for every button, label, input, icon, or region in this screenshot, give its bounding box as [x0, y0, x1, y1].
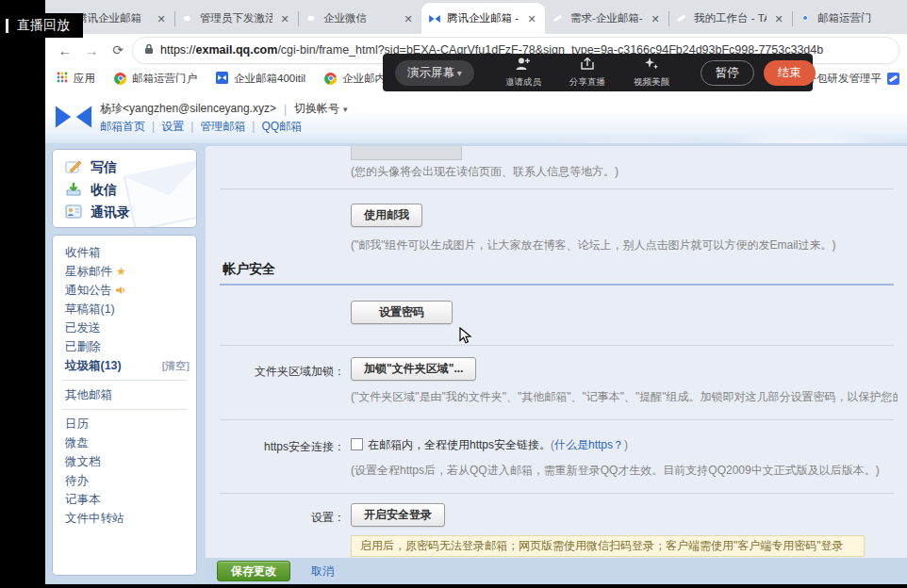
browser-tab-strip: 腾讯企业邮箱 管理员下发激活码 企业微信 腾讯企业邮箱 - 常	[45, 0, 907, 34]
end-button[interactable]: 结束	[764, 60, 816, 86]
folder-lock-button[interactable]: 加锁"文件夹区域"...	[351, 357, 476, 381]
tapd-icon	[887, 73, 899, 85]
https-checkbox[interactable]	[351, 438, 363, 450]
nav-qq-mail[interactable]: QQ邮箱	[261, 120, 302, 133]
folder-list: 收件箱 星标邮件★ 通知公告 草稿箱(1) 已发送 已删除 垃圾箱(13)[清空…	[52, 235, 197, 576]
folder-lock-label: 文件夹区域加锁：	[206, 364, 345, 380]
receive-button[interactable]: 收信	[53, 179, 196, 202]
exmail-icon	[216, 72, 228, 86]
speaker-icon	[116, 285, 126, 298]
bookmark-apps[interactable]: 应用	[57, 72, 95, 86]
empty-spam-link[interactable]: [清空]	[162, 356, 190, 375]
save-bar: 保存更改 取消	[206, 558, 907, 584]
tab-close-icon[interactable]	[402, 12, 415, 25]
screen-share-toolbar: 演示屏幕 邀请成员 分享直播 视频美颜 暂停	[383, 54, 813, 91]
back-button[interactable]	[53, 38, 77, 62]
tab-close-icon[interactable]	[772, 12, 785, 25]
reload-button[interactable]	[106, 38, 130, 62]
compose-button[interactable]: 写信	[53, 156, 196, 179]
https-checkbox-text: 在邮箱内，全程使用https安全链接。	[368, 438, 551, 451]
folder-lock-note: ("文件夹区域"是由"我的文件夹"、"其他邮箱"、"记事本"、"提醒"组成。加锁…	[351, 389, 898, 405]
tab-close-icon[interactable]	[525, 12, 538, 25]
switch-account-menu[interactable]: 切换帐号	[294, 101, 349, 117]
chrome-icon	[114, 73, 126, 85]
bookmark-mail-portal[interactable]: 邮箱运营门户	[114, 72, 197, 86]
save-changes-button[interactable]: 保存更改	[217, 561, 290, 581]
folder-drafts[interactable]: 草稿箱(1)	[53, 300, 196, 318]
https-label: https安全连接：	[206, 439, 345, 455]
tab-close-icon[interactable]	[649, 12, 662, 25]
screen-recording-stage: 腾讯企业邮箱 管理员下发激活码 企业微信 腾讯企业邮箱 - 常	[0, 0, 907, 588]
share-live-button[interactable]: 分享直播	[563, 57, 612, 89]
folder-wedoc[interactable]: 微文档	[53, 452, 196, 471]
tab-close-icon[interactable]	[278, 12, 291, 25]
folder-todo[interactable]: 待办	[53, 471, 196, 490]
folder-calendar[interactable]: 日历	[53, 415, 196, 433]
divider	[220, 493, 894, 494]
nav-manage-mail[interactable]: 管理邮箱	[200, 120, 245, 133]
https-row: 在邮箱内，全程使用https安全链接。(什么是https？)	[351, 437, 628, 453]
divider	[62, 380, 187, 381]
what-is-https-link[interactable]: 什么是https？	[554, 438, 624, 451]
cancel-link[interactable]: 取消	[311, 564, 334, 580]
folder-sent[interactable]: 已发送	[53, 318, 196, 337]
sparkle-icon	[644, 57, 659, 74]
tab-title: 腾讯企业邮箱 - 常	[447, 11, 519, 25]
contacts-card-icon	[65, 204, 82, 221]
tab-title: 我的工作台 - TAP	[694, 11, 767, 25]
forward-button[interactable]	[79, 38, 104, 62]
tab-title: 腾讯企业邮箱	[76, 11, 149, 25]
chrome-icon	[324, 73, 337, 85]
secure-login-label: 设置：	[206, 510, 345, 526]
tapd-favicon	[675, 12, 688, 25]
section-underline	[220, 284, 894, 286]
tab-activation-code[interactable]: 管理员下发激活码	[174, 3, 298, 34]
tab-wecom[interactable]: 企业微信	[298, 3, 421, 34]
folder-other-mailboxes[interactable]: 其他邮箱	[53, 385, 196, 404]
replay-label: 直播回放	[17, 17, 70, 34]
beauty-filter-button[interactable]: 视频美颜	[627, 57, 676, 89]
nav-mail-home[interactable]: 邮箱首页	[100, 120, 145, 133]
avatar-control-stub	[351, 146, 462, 160]
enable-secure-login-button[interactable]: 开启安全登录	[351, 503, 445, 527]
apps-grid-icon	[57, 72, 68, 85]
divider	[220, 345, 894, 346]
mouse-cursor	[459, 327, 473, 348]
folder-file-transfer[interactable]: 文件中转站	[53, 509, 196, 528]
secure-login-note: 启用后，原密码无法登录邮箱；网页版需使用微信扫码登录；客户端需使用"客户端专用密…	[351, 535, 865, 557]
divider	[220, 419, 894, 420]
live-replay-badge: 直播回放	[0, 13, 83, 38]
share-up-icon	[580, 57, 595, 74]
exmail-page: 杨珍<yangzhen@silenceyang.xyz> | 切换帐号 邮箱首页…	[45, 90, 907, 584]
folder-notebook[interactable]: 记事本	[53, 490, 196, 509]
star-icon: ★	[116, 265, 126, 278]
account-address: 杨珍<yangzhen@silenceyang.xyz>	[100, 101, 276, 117]
folder-starred[interactable]: 星标邮件★	[53, 262, 196, 281]
present-screen-button[interactable]: 演示屏幕	[395, 60, 474, 86]
folder-inbox[interactable]: 收件箱	[53, 243, 196, 262]
tab-title: 邮箱运营门	[817, 11, 900, 25]
pause-button[interactable]: 暂停	[701, 60, 754, 86]
set-password-button[interactable]: 设置密码	[351, 301, 453, 324]
folder-deleted[interactable]: 已删除	[53, 337, 196, 356]
folder-wedrive[interactable]: 微盘	[53, 433, 196, 452]
folder-announcements[interactable]: 通知公告	[53, 281, 196, 300]
tab-mail-portal[interactable]: 邮箱运营门	[792, 3, 907, 34]
nav-settings[interactable]: 设置	[161, 120, 184, 133]
tab-tapd-workbench[interactable]: 我的工作台 - TAP	[668, 3, 792, 34]
tab-exmail-active[interactable]: 腾讯企业邮箱 - 常	[421, 3, 545, 34]
invite-members-button[interactable]: 邀请成员	[499, 57, 548, 89]
mailme-button[interactable]: 使用邮我	[351, 204, 422, 227]
bookmark-exmail-400[interactable]: 企业邮箱400itil	[216, 72, 305, 86]
tab-tapd-requirement[interactable]: 需求-企业邮箱-TA	[545, 3, 668, 34]
mail-header: 杨珍<yangzhen@silenceyang.xyz> | 切换帐号 邮箱首页…	[45, 90, 907, 143]
chrome-favicon	[799, 12, 812, 25]
tab-close-icon[interactable]	[155, 12, 168, 25]
divider	[220, 188, 894, 189]
mail-top-nav: 邮箱首页 设置 管理邮箱 QQ邮箱	[100, 119, 315, 135]
folder-spam[interactable]: 垃圾箱(13)[清空]	[53, 356, 196, 375]
contacts-button[interactable]: 通讯录	[53, 202, 196, 224]
tab-title: 企业微信	[323, 11, 396, 25]
pencil-icon	[65, 159, 82, 177]
bookmark-outsourcing-platform[interactable]: 外包研发管理平	[806, 72, 900, 86]
